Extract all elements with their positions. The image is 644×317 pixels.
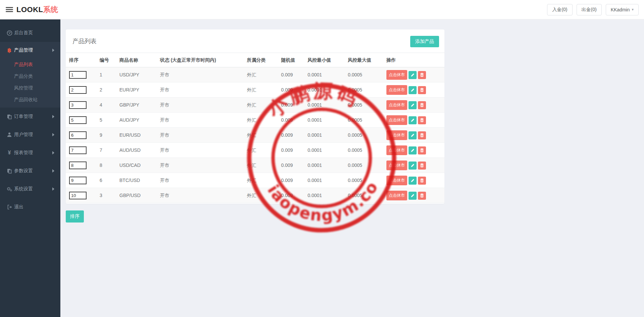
sidebar-item-report-manage[interactable]: ¥报表管理: [0, 144, 60, 162]
delete-button[interactable]: [418, 146, 426, 154]
close-market-button[interactable]: 点击休市: [386, 130, 407, 140]
sidebar-item-logout[interactable]: 退出: [0, 198, 60, 216]
user-menu-button[interactable]: KKadmin ▾: [606, 4, 639, 15]
row-category: 外汇: [247, 128, 256, 143]
withdraw-button[interactable]: 出金(0): [577, 4, 602, 15]
row-risk-min: 0.0001: [308, 128, 322, 143]
edit-button[interactable]: [409, 116, 417, 124]
sidebar-item-product-manage[interactable]: ฿产品管理: [0, 42, 60, 59]
row-product-name: AUD/USD: [119, 143, 141, 158]
delete-button[interactable]: [418, 131, 426, 139]
deposit-button[interactable]: 入金(0): [547, 4, 572, 15]
table-row: 1USD/JPY开市外汇0.0090.00010.0005点击休市: [66, 67, 444, 82]
sort-order-input[interactable]: [69, 101, 87, 109]
menu-toggle-icon[interactable]: [6, 7, 13, 12]
row-product-name: EUR/USD: [119, 128, 141, 143]
edit-button[interactable]: [409, 146, 417, 154]
row-product-name: BTC/USD: [119, 173, 140, 188]
bitcoin-icon: ฿: [6, 47, 13, 54]
row-risk-max: 0.0005: [348, 113, 362, 128]
sidebar-subitem-product-list[interactable]: 产品列表: [0, 59, 60, 70]
edit-button[interactable]: [409, 192, 417, 200]
row-actions: 点击休市: [386, 143, 426, 158]
sort-order-input[interactable]: [69, 86, 87, 94]
row-id: 7: [100, 143, 102, 158]
row-product-name: GBP/JPY: [119, 98, 139, 113]
sort-order-input[interactable]: [69, 146, 87, 154]
delete-button[interactable]: [418, 86, 426, 94]
row-risk-max: 0.0005: [348, 143, 362, 158]
sort-button[interactable]: 排序: [66, 210, 84, 223]
col-header-risk-min: 风控最小值: [308, 53, 331, 67]
sort-order-input[interactable]: [69, 177, 87, 184]
delete-button[interactable]: [418, 71, 426, 79]
topbar: LOOKL系统 入金(0) 出金(0) KKadmin ▾: [0, 0, 644, 19]
sidebar-item-order-manage[interactable]: 订单管理: [0, 108, 60, 126]
sidebar-item-system-settings[interactable]: 系统设置: [0, 180, 60, 198]
row-category: 外汇: [247, 158, 256, 173]
table-row: 7AUD/USD开市外汇0.0090.00010.0005点击休市: [66, 143, 444, 158]
sidebar-subitem-product-category[interactable]: 产品分类: [0, 70, 60, 82]
user-name: KKadmin: [611, 7, 630, 12]
close-market-button[interactable]: 点击休市: [386, 161, 407, 170]
delete-button[interactable]: [418, 192, 426, 200]
sidebar-subitem-product-recycle[interactable]: 产品回收站: [0, 94, 60, 106]
row-risk-min: 0.0001: [308, 188, 322, 203]
sidebar-submenu-product-manage: ฿产品管理产品列表产品分类风控管理产品回收站: [0, 42, 60, 108]
close-market-button[interactable]: 点击休市: [386, 115, 407, 125]
close-market-button[interactable]: 点击休市: [386, 191, 407, 200]
row-category: 外汇: [247, 98, 256, 113]
row-actions: 点击休市: [386, 188, 426, 203]
row-risk-max: 0.0005: [348, 98, 362, 113]
delete-button[interactable]: [418, 162, 426, 170]
close-market-button[interactable]: 点击休市: [386, 145, 407, 155]
sidebar-item-param-settings[interactable]: 参数设置: [0, 162, 60, 180]
col-header-random: 随机值: [281, 53, 295, 67]
sort-order-input[interactable]: [69, 71, 87, 79]
row-product-name: EUR/JPY: [119, 82, 139, 98]
sidebar-item-home[interactable]: 后台首页: [0, 24, 60, 42]
row-random-value: 0.009: [281, 67, 293, 82]
col-header-id: 编号: [100, 53, 109, 67]
row-id: 1: [100, 67, 102, 82]
row-id: 6: [100, 173, 102, 188]
delete-button[interactable]: [418, 116, 426, 124]
close-market-button[interactable]: 点击休市: [386, 176, 407, 185]
sidebar: 后台首页฿产品管理产品列表产品分类风控管理产品回收站订单管理用户管理¥报表管理参…: [0, 19, 60, 317]
sort-order-input[interactable]: [69, 131, 87, 139]
sidebar-item-label: 产品管理: [14, 47, 33, 53]
row-random-value: 0.009: [281, 82, 293, 98]
col-header-risk-max: 风控最大值: [348, 53, 371, 67]
row-random-value: 0.009: [281, 128, 293, 143]
edit-button[interactable]: [409, 101, 417, 109]
logo-accent-text: 系统: [43, 5, 58, 14]
row-status: 开市: [160, 173, 169, 188]
col-header-actions: 操作: [386, 53, 396, 67]
row-random-value: 0.009: [281, 188, 293, 203]
edit-button[interactable]: [409, 86, 417, 94]
sidebar-item-user-manage[interactable]: 用户管理: [0, 126, 60, 144]
edit-button[interactable]: [409, 162, 417, 170]
row-status: 开市: [160, 188, 169, 203]
delete-button[interactable]: [418, 101, 426, 109]
row-category: 外汇: [247, 67, 256, 82]
sort-order-input[interactable]: [69, 116, 87, 124]
edit-button[interactable]: [409, 71, 417, 79]
close-market-button[interactable]: 点击休市: [386, 85, 407, 95]
sidebar-subitem-risk-manage[interactable]: 风控管理: [0, 82, 60, 94]
dashboard-icon: [6, 29, 13, 36]
sort-order-input[interactable]: [69, 162, 87, 169]
row-random-value: 0.009: [281, 173, 293, 188]
close-market-button[interactable]: 点击休市: [386, 70, 407, 80]
add-product-button[interactable]: 添加产品: [410, 36, 439, 47]
row-id: 8: [100, 158, 102, 173]
sort-order-input[interactable]: [69, 192, 87, 199]
edit-button[interactable]: [409, 131, 417, 139]
row-id: 2: [100, 82, 102, 98]
edit-button[interactable]: [409, 177, 417, 185]
row-risk-max: 0.0005: [348, 128, 362, 143]
close-market-button[interactable]: 点击休市: [386, 100, 407, 110]
delete-button[interactable]: [418, 177, 426, 185]
page-title: 产品列表: [72, 37, 97, 45]
card-header: 产品列表 添加产品: [66, 29, 444, 53]
